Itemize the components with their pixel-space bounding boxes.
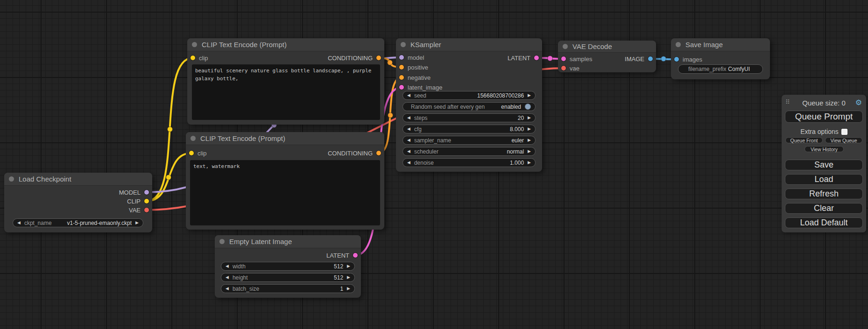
node-title: Load Checkpoint — [19, 175, 71, 183]
collapse-dot[interactable] — [219, 239, 225, 244]
filename-prefix-widget[interactable]: filename_prefix ComfyUI — [678, 64, 763, 74]
load-button[interactable]: Load — [785, 174, 863, 185]
node-header[interactable]: KSampler — [396, 38, 542, 51]
positive-input-port[interactable] — [399, 65, 404, 70]
increment-arrow-icon[interactable]: ▶ — [347, 275, 350, 280]
node-title: Empty Latent Image — [229, 238, 292, 245]
queue-panel-header: ⠿ Queue size: 0 ⚙ — [782, 98, 866, 107]
save-button[interactable]: Save — [785, 160, 863, 170]
negative-input: negative — [396, 74, 542, 81]
negative-input-port[interactable] — [399, 75, 404, 80]
negative-conditioning-to-ksampler-wire-dot — [388, 113, 393, 118]
conditioning-output-port[interactable] — [376, 151, 381, 155]
random-seed-toggle-widget[interactable]: Random seed after every gen enabled — [402, 102, 536, 111]
decrement-arrow-icon[interactable]: ◀ — [407, 116, 410, 120]
refresh-button[interactable]: Refresh — [785, 189, 863, 199]
node-header[interactable]: Empty Latent Image — [215, 235, 361, 248]
decrement-arrow-icon[interactable]: ◀ — [407, 161, 410, 165]
latent-image-input-port[interactable] — [399, 85, 404, 90]
clear-button[interactable]: Clear — [785, 203, 863, 214]
view-queue-button[interactable]: View Queue — [825, 137, 862, 143]
increment-arrow-icon[interactable]: ▶ — [528, 138, 531, 142]
node-header[interactable]: CLIP Text Encode (Prompt) — [187, 38, 384, 51]
increment-arrow-icon[interactable]: ▶ — [347, 264, 350, 268]
positive-prompt-textarea[interactable]: beautiful scenery nature glass bottle la… — [192, 64, 380, 120]
decrement-arrow-icon[interactable]: ◀ — [226, 287, 229, 291]
node-ksampler[interactable]: KSampler model positive negative latent_… — [396, 38, 542, 172]
seed-widget[interactable]: ◀ seed 156680208700286 ▶ — [402, 91, 536, 100]
node-title: CLIP Text Encode (Prompt) — [200, 134, 285, 142]
collapse-dot[interactable] — [191, 136, 196, 141]
increment-arrow-icon[interactable]: ▶ — [347, 287, 350, 291]
vae-input: vae — [558, 64, 656, 72]
node-clip-text-encode-negative[interactable]: CLIP Text Encode (Prompt) clip CONDITION… — [186, 132, 384, 230]
height-widget[interactable]: ◀ height 512 ▶ — [221, 273, 355, 282]
ckpt-name-widget[interactable]: ◀ ckpt_name v1-5-pruned-emaonly.ckpt ▶ — [13, 218, 143, 227]
node-title: KSampler — [410, 41, 441, 49]
extra-options-checkbox[interactable] — [841, 129, 847, 135]
cfg-widget[interactable]: ◀ cfg 8.000 ▶ — [402, 125, 536, 133]
collapse-dot[interactable] — [563, 44, 568, 49]
decrement-arrow-icon[interactable]: ◀ — [226, 264, 229, 268]
decrement-arrow-icon[interactable]: ◀ — [17, 221, 21, 225]
collapse-dot[interactable] — [192, 42, 197, 47]
positive-conditioning-to-ksampler-wire-dot — [388, 60, 393, 65]
vae-input-port[interactable] — [561, 66, 566, 70]
ksampler-latent-to-samples-wire-dot — [548, 56, 553, 61]
latent-output-port[interactable] — [534, 56, 539, 60]
node-header[interactable]: CLIP Text Encode (Prompt) — [186, 132, 384, 145]
gear-icon[interactable]: ⚙ — [855, 98, 862, 107]
negative-prompt-textarea[interactable]: text, watermark — [190, 160, 380, 225]
node-header[interactable]: Save Image — [671, 38, 770, 51]
vae-image-to-save-image-wire-dot — [661, 56, 666, 62]
increment-arrow-icon[interactable]: ▶ — [528, 116, 531, 120]
view-history-button[interactable]: View History — [804, 146, 844, 152]
increment-arrow-icon[interactable]: ▶ — [528, 149, 531, 154]
decrement-arrow-icon[interactable]: ◀ — [407, 138, 410, 142]
model-output-port[interactable] — [144, 190, 149, 195]
decrement-arrow-icon[interactable]: ◀ — [407, 93, 410, 98]
node-clip-text-encode-positive[interactable]: CLIP Text Encode (Prompt) clip CONDITION… — [187, 38, 384, 125]
latent-output-port[interactable] — [353, 253, 358, 258]
decrement-arrow-icon[interactable]: ◀ — [407, 149, 410, 154]
latent-image-input: latent_image — [396, 84, 542, 91]
scheduler-widget[interactable]: ◀ scheduler normal ▶ — [402, 147, 536, 156]
vae-output: VAE — [4, 206, 152, 214]
increment-arrow-icon[interactable]: ▶ — [528, 93, 531, 98]
drag-handle-icon[interactable]: ⠿ — [785, 98, 790, 105]
node-empty-latent-image[interactable]: Empty Latent Image LATENT ◀ width 512 ▶ … — [215, 235, 361, 298]
decrement-arrow-icon[interactable]: ◀ — [226, 275, 229, 280]
collapse-dot[interactable] — [401, 42, 406, 47]
node-vae-decode[interactable]: VAE Decode samples vae IMAGE — [558, 41, 656, 72]
conditioning-output: CONDITIONING — [186, 149, 384, 157]
increment-arrow-icon[interactable]: ▶ — [135, 221, 139, 225]
node-header[interactable]: Load Checkpoint — [4, 173, 152, 186]
toggle-indicator[interactable] — [525, 104, 531, 110]
conditioning-output-port[interactable] — [376, 56, 381, 60]
image-output-port[interactable] — [648, 56, 653, 61]
steps-widget[interactable]: ◀ steps 20 ▶ — [402, 113, 536, 122]
node-save-image[interactable]: Save Image images filename_prefix ComfyU… — [671, 38, 770, 79]
node-header[interactable]: VAE Decode — [558, 41, 656, 53]
conditioning-output: CONDITIONING — [187, 54, 384, 62]
increment-arrow-icon[interactable]: ▶ — [528, 127, 531, 131]
collapse-dot[interactable] — [676, 42, 681, 47]
positive-input: positive — [396, 63, 542, 71]
checkpoint-clip-to-negative-prompt-wire-dot — [166, 175, 171, 180]
node-title: VAE Decode — [572, 42, 612, 50]
queue-front-button[interactable]: Queue Front — [785, 137, 823, 143]
width-widget[interactable]: ◀ width 512 ▶ — [221, 262, 355, 271]
sampler-name-widget[interactable]: ◀ sampler_name euler ▶ — [402, 136, 536, 145]
node-graph-canvas[interactable]: Load Checkpoint MODEL CLIP VAE ◀ ckpt_na… — [0, 0, 868, 329]
denoise-widget[interactable]: ◀ denoise 1.000 ▶ — [402, 158, 536, 167]
vae-output-port[interactable] — [144, 208, 149, 212]
images-input-port[interactable] — [674, 57, 679, 62]
decrement-arrow-icon[interactable]: ◀ — [407, 127, 410, 131]
load-default-button[interactable]: Load Default — [785, 217, 863, 228]
node-load-checkpoint[interactable]: Load Checkpoint MODEL CLIP VAE ◀ ckpt_na… — [4, 173, 152, 232]
collapse-dot[interactable] — [9, 176, 14, 182]
queue-prompt-button[interactable]: Queue Prompt — [785, 111, 863, 123]
clip-output-port[interactable] — [144, 199, 149, 203]
batch-size-widget[interactable]: ◀ batch_size 1 ▶ — [221, 284, 355, 293]
increment-arrow-icon[interactable]: ▶ — [528, 161, 531, 165]
